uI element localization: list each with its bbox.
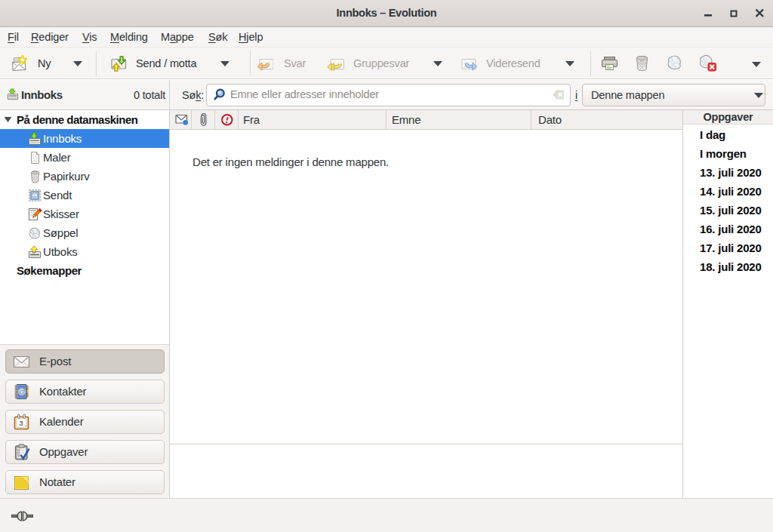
svg-text:@: @ xyxy=(18,388,25,395)
svg-text:3: 3 xyxy=(19,420,23,427)
